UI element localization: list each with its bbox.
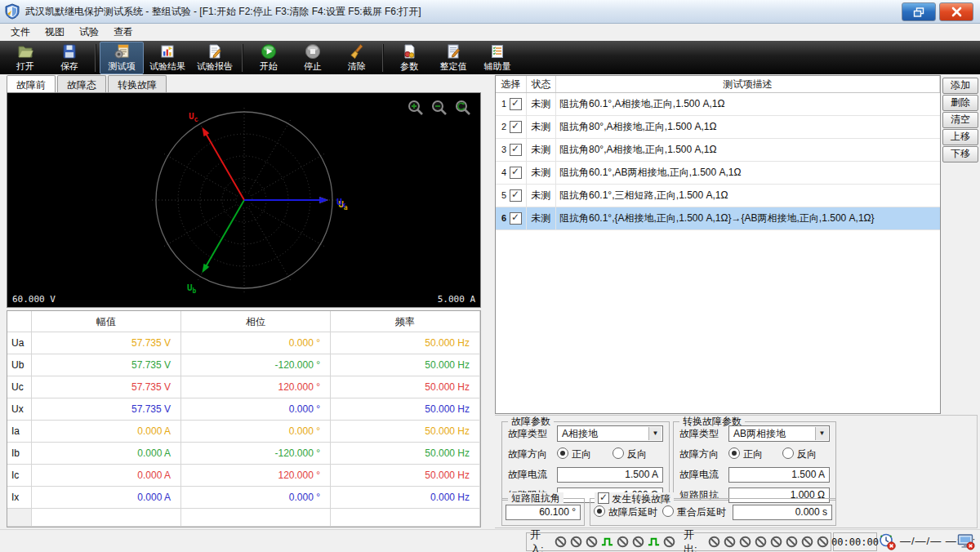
after-reclose-delay-radio[interactable]: 重合后延时 — [662, 505, 726, 519]
digital-input-indicators — [553, 535, 677, 549]
clear-button[interactable]: 清除 — [335, 42, 379, 74]
maximize-button[interactable] — [902, 2, 936, 21]
fault-direction-reverse-radio[interactable]: 反向 — [612, 447, 647, 461]
ia-phase: 0.000 ° — [181, 421, 331, 443]
menu-item-view[interactable]: 视图 — [38, 24, 72, 41]
tab-pre-fault[interactable]: 故障前 — [7, 75, 56, 92]
app-logo-icon — [4, 3, 20, 20]
digital-output-label: 开出: — [684, 528, 703, 552]
menu-item-test[interactable]: 试验 — [72, 24, 106, 41]
row-checkbox[interactable] — [510, 98, 522, 110]
row-number: 5 — [497, 185, 506, 207]
ub-phase: -120.000 ° — [181, 354, 331, 376]
row-number: 3 — [497, 139, 506, 161]
zoom-in-button[interactable] — [407, 99, 425, 117]
table-empty-stub — [7, 509, 32, 527]
stop-button-label: 停止 — [304, 60, 322, 73]
output-channel-indicator-inactive — [785, 535, 799, 549]
test-item-row[interactable]: 1 未测 阻抗角60.1°,A相接地,正向,1.500 A,1Ω — [496, 93, 940, 116]
clear-button-label: 清除 — [348, 60, 366, 73]
menu-bar: 文件 视图 试验 查看 — [0, 24, 980, 41]
fault-direction-forward-radio[interactable]: 正向 — [557, 447, 591, 461]
test-results-button[interactable]: 试验结果 — [144, 42, 191, 74]
open-button-label: 打开 — [16, 60, 34, 73]
row-checkbox[interactable] — [510, 212, 522, 225]
transfer-trigger-checkbox[interactable] — [598, 492, 609, 504]
ua-phase: 0.000 ° — [181, 332, 331, 354]
ux-amplitude: 57.735 V — [32, 398, 181, 421]
test-item-row[interactable]: 5 未测 阻抗角60.1°,三相短路,正向,1.500 A,1Ω — [496, 185, 940, 207]
test-item-row[interactable]: 2 未测 阻抗角80°,A相接地,正向,1.500 A,1Ω — [496, 116, 940, 139]
ic-phase: 120.000 ° — [181, 465, 331, 487]
test-item-row-selected[interactable]: 6 未测 阻抗角60.1°,{A相接地,正向,1.500 A,1Ω}→{AB两相… — [496, 207, 940, 230]
row-checkbox[interactable] — [510, 167, 522, 179]
menu-item-look[interactable]: 查看 — [106, 24, 140, 41]
row-description: 阻抗角80°,A相接地,正向,1.500 A,1Ω — [556, 116, 940, 138]
open-button[interactable]: 打开 — [3, 42, 47, 74]
close-button[interactable] — [939, 2, 973, 21]
ix-frequency: 0.000 Hz — [331, 487, 480, 509]
row-number: 2 — [497, 116, 506, 138]
stop-button[interactable]: 停止 — [291, 42, 335, 74]
table-corner-cell — [7, 311, 32, 332]
input-channel-indicator-inactive — [631, 535, 645, 549]
ux-phase: 0.000 ° — [181, 398, 331, 421]
gps-clock-icon — [879, 533, 896, 550]
row-status: 未测 — [527, 162, 556, 184]
row-status: 未测 — [527, 185, 556, 207]
output-channel-indicator-inactive — [769, 535, 783, 549]
test-item-row[interactable]: 4 未测 阻抗角60.1°,AB两相接地,正向,1.500 A,1Ω — [496, 162, 940, 185]
after-fault-delay-radio[interactable]: 故障后延时 — [594, 505, 657, 519]
save-button[interactable]: 保存 — [47, 42, 91, 74]
transfer-trigger-label: 发生转换故障 — [612, 493, 670, 505]
row-checkbox[interactable] — [510, 144, 522, 156]
settings-values-button[interactable]: 整定值 — [431, 42, 475, 74]
auxiliary-button[interactable]: 辅助量 — [475, 42, 519, 74]
transfer-direction-forward-radio[interactable]: 正向 — [728, 447, 763, 461]
ia-amplitude: 0.000 A — [32, 421, 181, 443]
fault-type-select[interactable]: A相接地 ▼ — [557, 425, 663, 442]
delete-button[interactable]: 删除 — [942, 95, 978, 111]
voltage-scale-label: 60.000 V — [12, 294, 56, 305]
fault-current-input[interactable]: 1.500 A — [557, 467, 663, 483]
zoom-reset-button[interactable] — [454, 99, 472, 117]
move-up-button[interactable]: 上移 — [942, 129, 978, 145]
transfer-direction-reverse-radio[interactable]: 反向 — [782, 447, 817, 461]
header-status: 状态 — [527, 76, 556, 92]
ua-frequency: 50.000 Hz — [331, 332, 480, 354]
row-label-uc: Uc — [7, 376, 32, 398]
svg-text:Uc: Uc — [189, 111, 198, 123]
tab-fault-state[interactable]: 故障态 — [57, 75, 106, 92]
clear-all-button[interactable]: 清空 — [942, 112, 978, 128]
svg-text:Ux: Ux — [336, 197, 346, 209]
menu-item-file[interactable]: 文件 — [3, 24, 38, 41]
timer-value: 00:00:00 — [831, 536, 879, 548]
output-channel-indicator-inactive — [707, 535, 721, 549]
ic-amplitude: 0.000 A — [32, 465, 181, 487]
toolbar-separator — [95, 44, 96, 72]
test-item-row[interactable]: 3 未测 阻抗角80°,A相接地,正向,1.500 A,1Ω — [496, 139, 940, 162]
test-results-button-label: 试验结果 — [149, 60, 185, 73]
transfer-current-input[interactable]: 1.500 A — [728, 467, 830, 483]
window-title: 武汉凯默继电保护测试系统 - 整组试验 - [F1:开始 F2:停止 F3:清除… — [25, 5, 421, 19]
row-description: 阻抗角60.1°,{A相接地,正向,1.500 A,1Ω}→{AB两相接地,正向… — [556, 207, 940, 229]
transfer-type-select[interactable]: AB两相接地 ▼ — [728, 425, 830, 442]
row-checkbox[interactable] — [510, 121, 522, 133]
test-report-button[interactable]: 试验报告 — [191, 42, 238, 74]
row-checkbox[interactable] — [510, 189, 522, 202]
tab-transfer-fault[interactable]: 转换故障 — [108, 75, 167, 92]
add-button[interactable]: 添加 — [942, 78, 978, 94]
start-button[interactable]: 开始 — [247, 42, 291, 74]
zoom-out-button[interactable] — [430, 99, 448, 117]
row-label-ub: Ub — [7, 354, 32, 376]
test-items-button[interactable]: 测试项 — [100, 42, 144, 74]
output-channel-indicator-inactive — [723, 535, 737, 549]
test-report-button-label: 试验报告 — [197, 60, 233, 73]
impedance-angle-input[interactable]: 60.100 ° — [506, 505, 581, 520]
fault-type-value: A相接地 — [562, 428, 598, 439]
transfer-current-label: 故障电流 — [679, 468, 728, 482]
move-down-button[interactable]: 下移 — [942, 146, 978, 162]
transfer-delay-input[interactable]: 0.000 s — [733, 505, 832, 520]
parameters-button[interactable]: 参数 — [387, 42, 431, 74]
output-channel-indicator-inactive — [816, 535, 830, 549]
